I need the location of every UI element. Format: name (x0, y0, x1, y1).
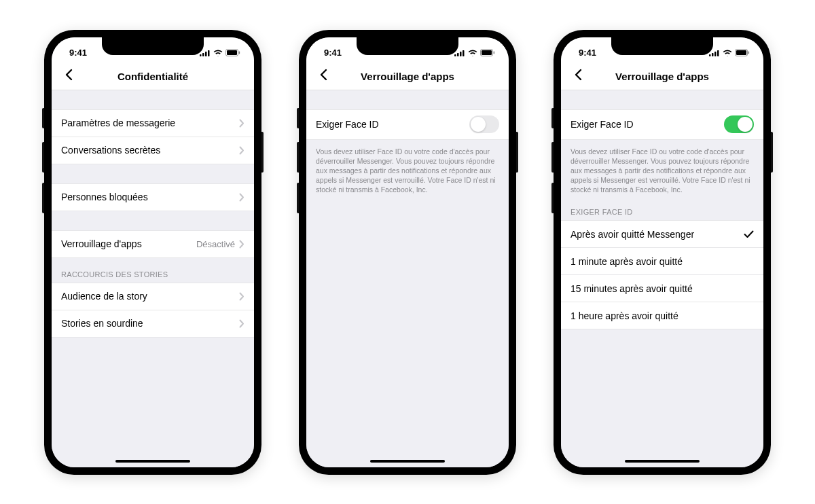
page-title: Verrouillage d'apps (615, 71, 709, 82)
row-require-faceid[interactable]: Exiger Face ID (306, 110, 509, 140)
wifi-icon (723, 50, 732, 56)
svg-rect-9 (460, 52, 462, 56)
row-label: 1 minute après avoir quitté (570, 256, 754, 267)
chevron-right-icon (239, 319, 244, 328)
home-indicator[interactable] (370, 460, 445, 463)
content-area: Exiger Face ID Vous devez utiliser Face … (561, 90, 763, 467)
svg-rect-6 (239, 52, 240, 54)
back-button[interactable] (58, 66, 79, 86)
svg-rect-3 (208, 50, 210, 56)
svg-rect-12 (482, 50, 492, 55)
row-story-audience[interactable]: Audience de la story (52, 283, 254, 310)
row-label: Conversations secrètes (61, 145, 239, 156)
chevron-right-icon (239, 240, 244, 249)
chevron-right-icon (239, 146, 244, 155)
row-muted-stories[interactable]: Stories en sourdine (52, 310, 254, 338)
notch (357, 37, 458, 55)
svg-rect-13 (494, 52, 495, 54)
content-area: Paramètres de messagerie Conversations s… (52, 90, 254, 467)
content-area: Exiger Face ID Vous devez utiliser Face … (306, 90, 509, 467)
option-1-minute[interactable]: 1 minute après avoir quitté (561, 248, 763, 275)
back-button[interactable] (568, 66, 588, 86)
row-label: Stories en sourdine (61, 318, 239, 329)
chevron-right-icon (239, 193, 244, 202)
app-lock-status: Désactivé (196, 239, 235, 249)
battery-icon (480, 49, 495, 56)
svg-rect-7 (454, 54, 456, 56)
faceid-toggle[interactable] (724, 115, 754, 133)
row-blocked-people[interactable]: Personnes bloquées (52, 184, 254, 211)
page-title: Verrouillage d'apps (361, 71, 454, 82)
option-1-hour[interactable]: 1 heure après avoir quitté (561, 302, 763, 329)
nav-bar: Verrouillage d'apps (306, 63, 509, 90)
svg-rect-20 (748, 52, 750, 54)
svg-rect-15 (712, 53, 714, 56)
notch (611, 37, 713, 55)
row-label: Audience de la story (61, 291, 239, 302)
svg-rect-0 (200, 54, 202, 56)
svg-rect-19 (736, 50, 746, 55)
row-label: 15 minutes après avoir quitté (570, 283, 754, 294)
svg-rect-8 (457, 53, 459, 56)
chevron-left-icon (319, 69, 327, 84)
status-time: 9:41 (324, 48, 342, 58)
row-label: Personnes bloquées (61, 192, 239, 202)
chevron-left-icon (574, 69, 582, 84)
svg-rect-5 (227, 50, 237, 55)
battery-icon (735, 49, 750, 56)
footer-description: Vous devez utiliser Face ID ou votre cod… (306, 140, 509, 202)
row-label: Exiger Face ID (570, 119, 724, 130)
phone-mockup-applock-off: 9:41 Verrouillage d'apps Exiger Face ID … (299, 30, 516, 475)
chevron-right-icon (239, 292, 244, 301)
wifi-icon (213, 50, 223, 56)
section-header-exiger: EXIGER FACE ID (561, 201, 763, 220)
svg-rect-16 (714, 52, 717, 56)
option-after-leaving[interactable]: Après avoir quitté Messenger (561, 221, 763, 248)
row-label: Après avoir quitté Messenger (570, 229, 744, 240)
svg-rect-2 (205, 52, 207, 56)
row-label: Exiger Face ID (316, 119, 469, 130)
svg-rect-14 (709, 54, 711, 56)
option-15-minutes[interactable]: 15 minutes après avoir quitté (561, 275, 763, 302)
home-indicator[interactable] (625, 460, 700, 463)
row-label: Verrouillage d'apps (61, 238, 196, 249)
svg-rect-1 (202, 53, 204, 56)
row-label: Paramètres de messagerie (61, 118, 239, 128)
row-messaging-settings[interactable]: Paramètres de messagerie (52, 110, 254, 137)
row-label: 1 heure après avoir quitté (570, 310, 754, 321)
notch (102, 37, 204, 55)
section-header-stories: RACCOURCIS DES STORIES (52, 258, 254, 283)
home-indicator[interactable] (115, 460, 190, 463)
faceid-toggle[interactable] (469, 115, 499, 133)
nav-bar: Verrouillage d'apps (561, 63, 763, 90)
status-time: 9:41 (69, 48, 87, 58)
row-require-faceid[interactable]: Exiger Face ID (561, 110, 763, 140)
svg-rect-17 (717, 50, 719, 56)
chevron-left-icon (65, 69, 73, 84)
footer-description: Vous devez utiliser Face ID ou votre cod… (561, 140, 763, 202)
phone-mockup-privacy: 9:41 Confidentialité Paramètres de messa… (44, 30, 261, 475)
row-app-lock[interactable]: Verrouillage d'apps Désactivé (52, 231, 254, 258)
phone-mockup-applock-on: 9:41 Verrouillage d'apps Exiger Face ID … (554, 30, 771, 475)
svg-rect-10 (463, 50, 465, 56)
row-secret-conversations[interactable]: Conversations secrètes (52, 137, 254, 164)
page-title: Confidentialité (117, 71, 188, 82)
chevron-right-icon (239, 119, 244, 128)
check-icon (744, 230, 754, 238)
nav-bar: Confidentialité (52, 63, 254, 90)
wifi-icon (468, 50, 477, 56)
battery-icon (225, 49, 240, 56)
back-button[interactable] (313, 66, 333, 86)
status-time: 9:41 (579, 48, 596, 58)
